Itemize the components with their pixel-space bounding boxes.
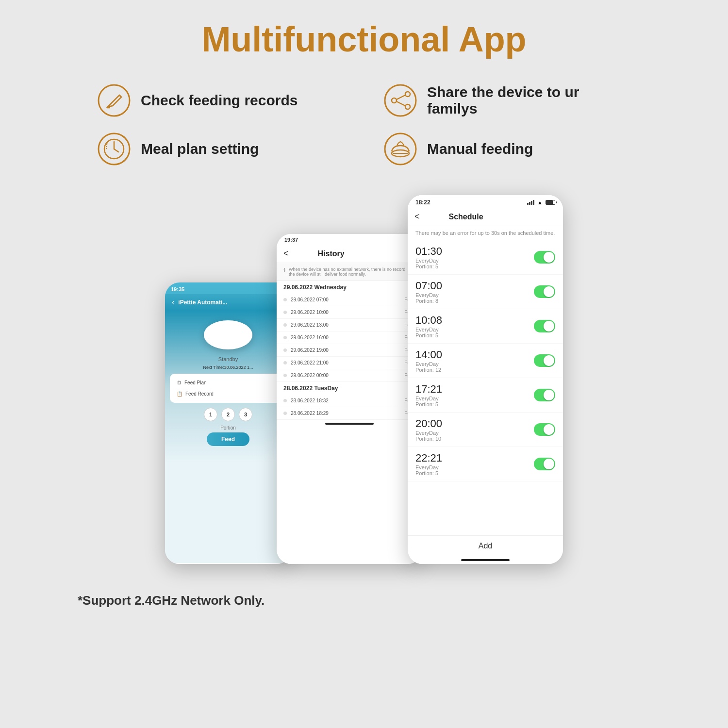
schedule-time: 20:00 (415, 417, 534, 430)
history-dot (283, 336, 287, 339)
phone1-back[interactable]: ‹ (172, 298, 174, 307)
toggle-switch-0[interactable] (534, 251, 555, 264)
history-dot (283, 412, 287, 415)
schedule-time: 10:08 (415, 314, 534, 327)
phone3-time: 18:22 (415, 199, 430, 206)
schedule-meta: EveryDay Portion: 5 (415, 464, 534, 476)
history-date: 29.06.2022 07:00 (291, 297, 400, 302)
feature-manual-feeding-label: Manual feeding (427, 141, 533, 157)
feature-share-device-label: Share the device to ur familys (427, 84, 631, 117)
feed-button[interactable]: Feed (207, 432, 249, 446)
svg-line-12 (114, 149, 118, 152)
info-circle-icon: ℹ (283, 267, 286, 274)
phone1-time: 19:35 (171, 286, 184, 292)
share-icon (383, 83, 417, 117)
schedule-time-block: 22:21 EveryDay Portion: 5 (415, 452, 534, 476)
footnote: *Support 2.4GHz Network Only. (78, 593, 265, 608)
svg-line-8 (397, 101, 405, 106)
schedule-time-block: 14:00 EveryDay Portion: 12 (415, 348, 534, 373)
schedule-time: 07:00 (415, 280, 534, 292)
schedule-time-block: 20:00 EveryDay Portion: 10 (415, 417, 534, 442)
home-indicator (325, 423, 374, 425)
history-row: 29.06.2022 00:00 Feed (277, 369, 422, 382)
svg-point-4 (405, 92, 410, 97)
toggle-switch-4[interactable] (534, 389, 555, 401)
date-group-1: 29.06.2022 Wednesday (277, 281, 422, 294)
feed-plan-icon: 🗓 (177, 380, 182, 385)
standby-label: Standby (218, 356, 238, 362)
schedule-meta: EveryDay Portion: 5 (415, 327, 534, 338)
feature-manual-feeding: Manual feeding (383, 132, 631, 166)
next-time-label: Next Time:30.06.2022 1... (203, 365, 253, 370)
bowl-icon (383, 132, 417, 166)
schedule-item-2: 10:08 EveryDay Portion: 5 (408, 309, 563, 344)
schedule-item-0: 01:30 EveryDay Portion: 5 (408, 240, 563, 275)
toggle-switch-6[interactable] (534, 458, 555, 470)
phone2-title: History (318, 249, 345, 258)
svg-point-3 (385, 85, 416, 116)
schedule-meta: EveryDay Portion: 5 (415, 258, 534, 269)
history-dot (283, 348, 287, 352)
history-dot (283, 298, 287, 301)
phone1-header: ‹ iPettie Automati... (165, 294, 291, 311)
toggle-switch-5[interactable] (534, 423, 555, 436)
schedule-item-1: 07:00 EveryDay Portion: 8 (408, 275, 563, 309)
feature-check-feeding-label: Check feeding records (141, 92, 298, 109)
schedule-time: 14:00 (415, 348, 534, 361)
portion-label: Portion (220, 425, 236, 430)
phone2-info: ℹ When the device has no external networ… (277, 263, 422, 281)
history-dot (283, 323, 287, 327)
phone-1: 19:35 ‹ iPettie Automati... (165, 282, 291, 564)
history-row: 29.06.2022 16:00 Feed (277, 331, 422, 344)
page-container: Multifunctional App Check feeding record… (0, 0, 728, 728)
phones-container: 19:35 ‹ iPettie Automati... (29, 195, 699, 564)
history-dot (283, 374, 287, 377)
schedule-info: There may be an error for up to 30s on t… (408, 226, 563, 240)
phone2-info-text: When the device has no external network,… (289, 267, 415, 277)
feed-record-icon: 📋 (177, 391, 182, 397)
phone1-title: iPettie Automati... (178, 299, 227, 306)
feature-share-device: Share the device to ur familys (383, 83, 631, 117)
history-row: 29.06.2022 13:00 Feed (277, 319, 422, 331)
schedule-time-block: 17:21 EveryDay Portion: 5 (415, 383, 534, 407)
schedule-time: 17:21 (415, 383, 534, 396)
toggle-switch-3[interactable] (534, 354, 555, 367)
history-row: 29.06.2022 19:00 Feed (277, 344, 422, 357)
feature-check-feeding: Check feeding records (97, 83, 345, 117)
schedule-meta: EveryDay Portion: 12 (415, 361, 534, 373)
portion-btn-3[interactable]: 3 (239, 408, 252, 421)
schedule-item-4: 17:21 EveryDay Portion: 5 (408, 378, 563, 413)
phone-2: 19:37 < History ℹ When the device has no… (277, 234, 422, 564)
feeder-image (204, 320, 252, 349)
feed-record-menu[interactable]: 📋 Feed Record (173, 389, 283, 399)
history-row: 29.06.2022 10:00 Feed (277, 306, 422, 319)
schedule-item-5: 20:00 EveryDay Portion: 10 (408, 413, 563, 447)
svg-point-6 (392, 98, 397, 103)
edit-icon (97, 83, 131, 117)
phone-3: 18:22 ▲ (408, 195, 563, 564)
features-grid: Check feeding records Share the device t… (97, 83, 631, 166)
schedule-meta: EveryDay Portion: 5 (415, 396, 534, 407)
schedule-list: 01:30 EveryDay Portion: 5 07:00 (408, 240, 563, 535)
feature-meal-plan: Meal plan setting (97, 132, 345, 166)
phone2-back[interactable]: < (283, 248, 289, 259)
feed-plan-menu[interactable]: 🗓 Feed Plan (173, 378, 283, 388)
history-dot (283, 399, 287, 402)
phone3-back[interactable]: < (414, 212, 420, 222)
page-title: Multifunctional App (201, 19, 526, 59)
schedule-time-block: 01:30 EveryDay Portion: 5 (415, 245, 534, 269)
phone3-title: Schedule (449, 213, 483, 221)
phone1-content: Standby Next Time:30.06.2022 1... 🗓 Feed… (165, 311, 291, 563)
wifi-icon: ▲ (537, 199, 543, 205)
history-row: 28.06.2022 18:32 Feed (277, 395, 422, 407)
phone3-nav: < Schedule (408, 208, 563, 226)
battery-icon (546, 200, 555, 205)
schedule-meta: EveryDay Portion: 8 (415, 292, 534, 304)
add-button[interactable]: Add (408, 535, 563, 556)
portion-btn-1[interactable]: 1 (204, 408, 217, 421)
history-row: 28.06.2022 18:29 Feed (277, 407, 422, 420)
portion-btn-2[interactable]: 2 (221, 408, 235, 421)
toggle-switch-2[interactable] (534, 320, 555, 332)
schedule-time: 22:21 (415, 452, 534, 464)
toggle-switch-1[interactable] (534, 285, 555, 298)
